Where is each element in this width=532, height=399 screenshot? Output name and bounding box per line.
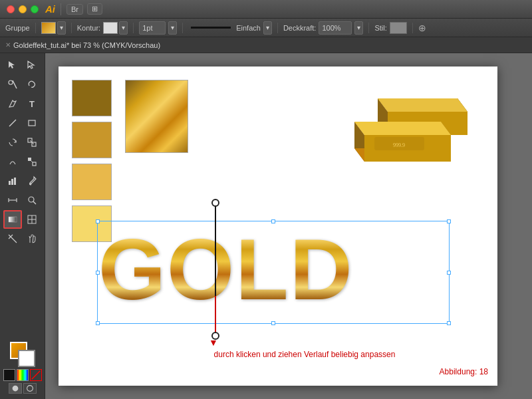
svg-marker-30 [378,98,467,112]
svg-marker-36 [354,122,451,135]
svg-line-18 [33,201,36,204]
eyedropper-tool[interactable] [23,172,41,190]
canvas-area[interactable]: 999.9 GOLD [45,53,532,399]
pen-tool[interactable] [3,94,22,113]
magic-wand-tool[interactable] [3,75,22,94]
selection-handle-tr[interactable] [447,219,451,223]
zoom-tool[interactable] [23,191,41,209]
measure-tool[interactable] [3,191,22,209]
hand-tool[interactable] [23,229,41,248]
titlebar: Ai Br ⊞ [0,0,532,19]
stroke-style-dropdown[interactable]: ▾ [263,21,272,35]
opacity-input[interactable] [319,21,352,35]
svg-rect-7 [28,158,31,161]
svg-line-2 [9,120,16,126]
selection-tool[interactable] [3,56,22,74]
gradient-tool[interactable] [3,210,22,229]
svg-rect-12 [14,178,16,185]
svg-rect-10 [9,181,11,185]
warp-tool[interactable] [3,152,22,171]
fill-dropdown-button[interactable]: ▾ [57,21,66,35]
maximize-button[interactable] [31,5,39,13]
bridge-button[interactable]: Br [66,4,83,15]
mesh-tool[interactable] [23,210,41,229]
blend-tool[interactable] [23,152,41,171]
type-tool[interactable]: T [23,94,41,113]
toolbar-separator-2 [71,23,72,33]
color-controls [3,369,42,381]
tool-row-1 [3,56,41,74]
swatch-light-gold [72,164,112,200]
color-area [1,339,45,396]
swatch-dark-gold [72,80,112,116]
stroke-weight-dropdown[interactable]: ▾ [168,21,177,35]
slice-tool[interactable] [3,229,22,248]
rotate-tool[interactable] [3,133,22,152]
tab-close-button[interactable]: ✕ [5,41,11,49]
foreground-background-swatches[interactable] [10,342,35,367]
svg-point-25 [27,386,33,392]
app-icon: Ai [45,3,55,15]
line-tool[interactable] [3,114,22,132]
minimize-button[interactable] [19,5,27,13]
svg-point-24 [12,386,18,392]
svg-rect-11 [11,179,13,185]
rectangle-tool[interactable] [23,114,41,132]
selection-handle-bm[interactable] [271,321,275,325]
svg-line-23 [31,371,39,379]
tool-row-7 [3,172,41,190]
fill-color-swatch[interactable] [41,22,56,34]
outline-mode-button[interactable] [23,383,37,394]
selection-handle-mr[interactable] [447,271,451,275]
toolbar-separator-4 [182,23,183,33]
svg-point-1 [9,80,13,84]
toolbar-separator-6 [368,23,369,33]
direct-selection-tool[interactable] [23,56,41,74]
style-swatch[interactable] [390,22,407,34]
gradient-arrow-icon: ▼ [209,337,218,348]
artboard: 999.9 GOLD [59,66,497,386]
no-fill-swatch[interactable] [30,369,42,381]
toolbar-separator-7 [412,23,413,33]
stroke-color-swatch[interactable] [103,22,118,34]
lasso-tool[interactable] [23,75,41,94]
gold-text: GOLD [98,219,354,319]
svg-point-13 [29,183,31,185]
none-swatch[interactable] [3,369,15,381]
gradient-handle-top[interactable] [211,199,219,207]
scale-tool[interactable] [23,133,41,152]
tool-row-10 [3,229,41,248]
opacity-dropdown[interactable]: ▾ [354,21,363,35]
selection-handle-bl[interactable] [96,321,100,325]
toolbar-separator-5 [277,23,278,33]
einfach-label: Einfach [236,24,261,32]
figure-label: Abbildung: 18 [440,367,488,376]
close-button[interactable] [7,5,15,13]
gradient-handle-bottom[interactable]: ▼ [211,332,219,340]
svg-point-17 [29,197,34,202]
swatch-large-gradient [125,80,188,153]
tool-row-3: T [3,94,41,113]
tool-row-5 [3,133,41,152]
tool-row-8 [3,191,41,209]
more-options-icon[interactable]: ⊕ [418,23,426,33]
svg-line-0 [13,80,17,88]
normal-mode-button[interactable] [9,383,22,394]
traffic-lights [7,5,39,13]
toolbar-separator-1 [35,23,36,33]
tabbar: ✕ Goldeffekt_tut.ai* bei 73 % (CMYK/Vors… [0,37,532,53]
svg-line-9 [31,161,33,162]
tab-title: Goldeffekt_tut.ai* bei 73 % (CMYK/Vorsch… [13,41,160,49]
gradient-swatch[interactable] [17,369,29,381]
svg-text:999.9: 999.9 [393,142,405,148]
stroke-style-area [188,27,233,29]
stroke-dropdown-button[interactable]: ▾ [119,21,128,35]
arrange-button[interactable]: ⊞ [87,3,102,15]
stroke-weight-input[interactable] [139,21,166,35]
main-area: T [0,53,532,399]
selection-handle-br[interactable] [447,321,451,325]
gradient-handle-line[interactable]: ▼ [215,203,216,336]
background-swatch[interactable] [18,350,35,367]
group-label: Gruppe [5,24,30,32]
column-graph-tool[interactable] [3,172,22,190]
